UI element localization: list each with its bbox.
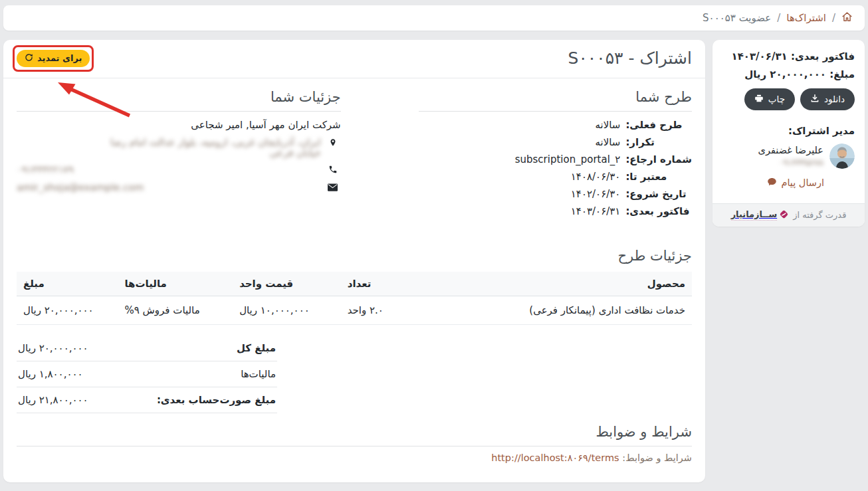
col-taxes: مالیات‌ها	[118, 272, 233, 296]
refresh-icon	[25, 53, 33, 64]
manager-label: مدیر اشتراک:	[722, 125, 855, 137]
download-button-label: دانلود	[824, 94, 845, 104]
brand-link[interactable]: ســازمانیار	[731, 209, 790, 221]
email-line: amir_shoja@example.com	[17, 182, 341, 193]
total-label: مبلغ صورت‌حساب بعدی:	[157, 394, 276, 406]
total-value: ۲۰,۰۰۰,۰۰۰ ریال	[18, 342, 88, 354]
col-product: محصول	[422, 272, 692, 296]
address-blurred: ایران، آذربایجان غربی، ارومیه، بلوار عدا…	[17, 137, 321, 158]
email-blurred: amir_shoja@example.com	[17, 182, 321, 193]
breadcrumb: / اشتراک‌ها / عضویت S۰۰۰۵۳	[3, 5, 865, 31]
total-value: ۱,۸۰۰,۰۰۰ ریال	[18, 368, 83, 380]
plan-row-value: سالانه	[419, 136, 621, 148]
plan-details-table: محصول تعداد قیمت واحد مالیات‌ها مبلغ خدم…	[17, 272, 692, 325]
total-row: مبلغ کل ۲۰,۰۰۰,۰۰۰ ریال	[17, 336, 277, 361]
manager-row: علیرضا غضنفری ۰۹۱۴۳۴۵۶۷۸	[722, 144, 855, 169]
terms-line: شرایط و ضوابط: http://localhost:۸۰۶۹/ter…	[17, 452, 692, 463]
plan-row-value: ۱۴۰۸/۰۶/۳۰	[419, 171, 621, 183]
download-button[interactable]: دانلود	[800, 88, 855, 110]
brand-name: ســازمانیار	[731, 209, 778, 221]
breadcrumb-current-item: عضویت S۰۰۰۵۳	[703, 12, 771, 24]
amount-line: مبلغ: ۲۰,۰۰۰,۰۰۰ ریال	[722, 68, 855, 81]
col-unit-price: قیمت واحد	[233, 272, 341, 296]
plan-row-value: سالانه	[419, 119, 621, 131]
total-value: ۲۱,۸۰۰,۰۰۰ ریال	[18, 394, 88, 406]
phone-blurred: ۰۹۱۴۴۴۲۲۱۷۹	[17, 164, 321, 175]
plan-row-label: معتبر تا:	[625, 171, 692, 183]
subscription-card: اشتراک - S۰۰۰۵۳ برای تمدید	[3, 40, 705, 482]
breadcrumb-subscriptions-link[interactable]: اشتراک‌ها	[786, 12, 826, 24]
page: / اشتراک‌ها / عضویت S۰۰۰۵۳ فاکتور بعدی: …	[0, 0, 868, 491]
envelope-icon	[325, 182, 341, 193]
your-details-section: جزئیات شما شرکت ایران مهر آسیا, امیر شجا…	[17, 89, 341, 217]
terms-heading: شرایط و ضوابط	[17, 424, 692, 446]
plan-row-value: subscription_portal_۲	[419, 153, 621, 165]
download-icon	[810, 94, 819, 105]
renew-button-label: برای تمدید	[37, 53, 82, 63]
phone-icon	[325, 164, 341, 176]
plan-row-value: ۱۴۰۲/۰۶/۳۰	[419, 188, 621, 200]
breadcrumb-separator: /	[777, 12, 780, 24]
home-icon	[841, 11, 853, 25]
col-amount: مبلغ	[17, 272, 118, 296]
table-header-row: محصول تعداد قیمت واحد مالیات‌ها مبلغ	[17, 272, 692, 296]
your-plan-heading: طرح شما	[419, 89, 692, 112]
renew-annotation-wrap: برای تمدید	[17, 50, 90, 67]
manager-avatar	[829, 144, 855, 169]
cell-quantity: ۲.۰ واحد	[341, 296, 422, 325]
plan-row-label: تکرار:	[625, 136, 692, 148]
your-plan-rows: طرح فعلی: سالانه تکرار: سالانه شماره ارج…	[419, 119, 692, 217]
send-message-link[interactable]: ارسال پیام	[767, 177, 824, 189]
powered-by-footer: قدرت گرفته از ســازمانیار	[712, 203, 865, 227]
phone-line: ۰۹۱۴۴۴۲۲۱۷۹	[17, 164, 341, 176]
print-button-label: چاپ	[768, 94, 785, 104]
col-quantity: تعداد	[341, 272, 422, 296]
plan-row-value: ۱۴۰۳/۰۶/۳۱	[419, 205, 621, 217]
your-details-heading: جزئیات شما	[17, 89, 341, 112]
total-row: مالیات‌ها ۱,۸۰۰,۰۰۰ ریال	[17, 361, 277, 387]
plan-row-label: شماره ارجاع:	[625, 153, 692, 165]
cell-product: خدمات نظافت اداری (پیمانکار فرعی)	[422, 296, 692, 325]
plan-row-label: طرح فعلی:	[625, 119, 692, 131]
renew-button[interactable]: برای تمدید	[17, 50, 90, 67]
manager-phone-blurred: ۰۹۱۴۳۴۵۶۷۸	[758, 157, 823, 167]
print-button[interactable]: چاپ	[744, 88, 795, 110]
home-link[interactable]	[841, 11, 853, 25]
total-row: مبلغ صورت‌حساب بعدی: ۲۱,۸۰۰,۰۰۰ ریال	[17, 387, 277, 413]
powered-by-label: قدرت گرفته از	[793, 210, 846, 220]
your-plan-section: طرح شما طرح فعلی: سالانه تکرار: سالانه ش…	[419, 89, 692, 217]
total-label: مبلغ کل	[237, 342, 276, 354]
plan-details-heading: جزئیات طرح	[17, 248, 692, 264]
title-row: اشتراک - S۰۰۰۵۳ برای تمدید	[3, 40, 705, 78]
terms-link[interactable]: http://localhost:۸۰۶۹/terms	[491, 452, 619, 463]
manager-name: علیرضا غضنفری	[758, 144, 823, 155]
send-message-label: ارسال پیام	[781, 177, 824, 188]
total-label: مالیات‌ها	[241, 368, 276, 380]
print-icon	[754, 94, 764, 105]
totals-block: مبلغ کل ۲۰,۰۰۰,۰۰۰ ریال مالیات‌ها ۱,۸۰۰,…	[3, 336, 277, 413]
cell-taxes: مالیات فروش ۹%	[118, 296, 233, 325]
table-row: خدمات نظافت اداری (پیمانکار فرعی) ۲.۰ وا…	[17, 296, 692, 325]
subscription-sidebar: فاکتور بعدی: ۱۴۰۳/۰۶/۳۱ مبلغ: ۲۰,۰۰۰,۰۰۰…	[712, 40, 865, 227]
location-pin-icon	[325, 137, 341, 150]
next-invoice-line: فاکتور بعدی: ۱۴۰۳/۰۶/۳۱	[722, 50, 855, 63]
cell-unit-price: ۱۰,۰۰۰,۰۰۰ ریال	[233, 296, 341, 325]
chat-bubble-icon	[767, 177, 777, 189]
plan-row-label: تاریخ شروع:	[625, 188, 692, 200]
page-title: اشتراک - S۰۰۰۵۳	[568, 49, 692, 68]
cell-amount: ۲۰,۰۰۰,۰۰۰ ریال	[17, 296, 118, 325]
address-line: ایران، آذربایجان غربی، ارومیه، بلوار عدا…	[17, 137, 341, 158]
sazmanyar-logo-icon	[779, 209, 789, 221]
breadcrumb-separator: /	[832, 12, 835, 24]
company-name: شرکت ایران مهر آسیا, امیر شجاعی	[17, 119, 341, 131]
terms-label: شرایط و ضوابط:	[622, 452, 692, 463]
plan-row-label: فاکتور بعدی:	[625, 205, 692, 217]
